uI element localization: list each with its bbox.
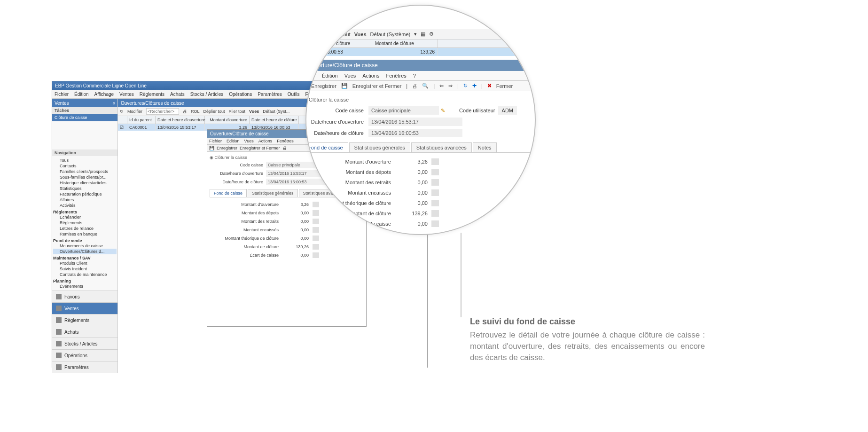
menu-operations[interactable]: Opérations (229, 92, 252, 97)
tool-icon[interactable]: ⚙ (429, 31, 434, 37)
print-icon[interactable]: 🖨 (183, 109, 187, 114)
grp-sav[interactable]: Maintenance / SAV (53, 256, 117, 260)
nav-activites[interactable]: Activités (53, 203, 117, 208)
plier-button[interactable]: Plier tout (330, 31, 350, 37)
menu-parametres[interactable]: Paramètres (258, 92, 282, 97)
save-icon[interactable]: 💾 (209, 146, 214, 150)
lens-col-close-date[interactable]: Date et heure de clôture (305, 39, 372, 47)
save-button[interactable]: Enregistrer (217, 146, 237, 150)
nav-echeancier[interactable]: Échéancier (53, 214, 117, 220)
add-icon[interactable]: ✚ (472, 83, 477, 89)
nav-lettres[interactable]: Lettres de relance (53, 226, 117, 231)
save-close-button[interactable]: Enregistrer et Fermer (240, 146, 280, 150)
nav-affaires[interactable]: Affaires (53, 197, 117, 203)
dmenu-fichier[interactable]: Fichier (305, 73, 315, 79)
grp-reglements[interactable]: Règlements (53, 210, 117, 214)
print-icon[interactable]: 🖨 (412, 83, 417, 89)
navbtn-operations[interactable]: Opérations (52, 349, 117, 361)
plier-button[interactable]: Plier tout (229, 109, 246, 114)
dmenu-vues[interactable]: Vues (344, 73, 356, 79)
tab-stats-av[interactable]: Statistiques avancées (411, 142, 472, 152)
refresh-icon[interactable]: ↻ (463, 83, 468, 89)
nav-sous-familles[interactable]: Sous-familles clients/pr... (53, 174, 117, 180)
nav-tous[interactable]: Tous (53, 157, 117, 163)
grp-pdv[interactable]: Point de vente (53, 238, 117, 243)
close-button[interactable]: Fermer (496, 83, 513, 89)
tab-fond[interactable]: Fond de caisse (210, 189, 247, 197)
vues-dropdown[interactable]: Défaut (Syst... (263, 109, 289, 114)
modifier-button[interactable]: Modifier (127, 109, 142, 114)
val-code-caisse[interactable]: Caisse principale (368, 106, 439, 115)
close-icon[interactable]: ✖ (487, 83, 492, 89)
menu-affichage[interactable]: Affichage (94, 92, 114, 97)
nav-remises[interactable]: Remises en banque (53, 231, 117, 237)
dmenu-fenetres[interactable]: Fenêtres (386, 73, 406, 79)
nav-evenements[interactable]: Événements (53, 283, 117, 289)
tab-stats-gen[interactable]: Statistiques générales (248, 189, 298, 197)
navbtn-reglements[interactable]: Règlements (52, 314, 117, 326)
dmenu-edition[interactable]: Édition (322, 73, 338, 79)
dmenu-fenetres[interactable]: Fenêtres (277, 139, 294, 143)
print-icon[interactable]: 🖨 (282, 146, 287, 150)
save-close-button[interactable]: Enregistrer et Fermer (352, 83, 402, 89)
deplier-button[interactable]: Déplier tout (203, 109, 225, 114)
lens-row[interactable]: 13/04/2016 16:00:53 139,26 (305, 48, 536, 56)
refresh-icon[interactable]: ↻ (120, 109, 124, 114)
edit-icon[interactable]: ✎ (441, 108, 445, 114)
col-close-date[interactable]: Date et heure de clôture (250, 116, 299, 124)
grid-icon[interactable]: ▦ (421, 31, 425, 37)
menu-reglements[interactable]: Règlements (140, 92, 164, 97)
val-close[interactable]: 13/04/2016 16:00:53 (368, 129, 462, 137)
tab-fond[interactable]: Fond de caisse (305, 142, 348, 152)
navbtn-stocks[interactable]: Stocks / Articles (52, 338, 117, 349)
tab-stats-gen[interactable]: Statistiques générales (349, 142, 410, 152)
navbtn-ventes[interactable]: Ventes (52, 302, 117, 314)
dmenu-vues[interactable]: Vues (244, 139, 254, 143)
nav-reglements[interactable]: Règlements (53, 220, 117, 226)
chevron-down-icon[interactable]: ▾ (414, 31, 417, 37)
dmenu-fichier[interactable]: Fichier (209, 139, 222, 143)
nav-ouvertures-clotures[interactable]: Ouvertures/Clôtures d... (53, 249, 117, 254)
menu-fichier[interactable]: Fichier (55, 92, 69, 97)
nav-statistiques[interactable]: Statistiques (53, 186, 117, 191)
navbtn-favoris[interactable]: Favoris (52, 291, 117, 302)
dmenu-actions[interactable]: Actions (258, 139, 273, 143)
col-id[interactable]: Id du parent (127, 116, 156, 124)
nav-contacts[interactable]: Contacts (53, 163, 117, 169)
navbtn-achats[interactable]: Achats (52, 326, 117, 338)
dmenu-edition[interactable]: Édition (227, 139, 240, 143)
col-checkbox[interactable] (118, 116, 127, 124)
menu-achats[interactable]: Achats (170, 92, 185, 97)
lens-col-close-amount[interactable]: Montant de clôture (372, 39, 438, 47)
navbtn-parametres[interactable]: Paramètres (52, 361, 117, 373)
rol-button[interactable]: ROL (191, 109, 200, 114)
nav-facturation[interactable]: Facturation périodique (53, 191, 117, 197)
val-code-user[interactable]: ADM (498, 106, 517, 115)
radio-cloturer[interactable]: ◉ (210, 155, 213, 160)
nav-historique[interactable]: Historique clients/articles (53, 180, 117, 186)
deplier-button[interactable]: Déplier tout (305, 31, 326, 37)
nav-suivis[interactable]: Suivis Incident (53, 266, 117, 272)
nav-contrats[interactable]: Contrats de maintenance (53, 272, 117, 277)
prev-icon[interactable]: ⇐ (439, 83, 444, 89)
menu-stocks[interactable]: Stocks / Articles (190, 92, 224, 97)
task-cloture[interactable]: Clôture de caisse (52, 114, 117, 121)
nav-mouvements[interactable]: Mouvements de caisse (53, 243, 117, 249)
dmenu-help[interactable]: ? (413, 73, 416, 79)
preview-icon[interactable]: 🔍 (422, 83, 429, 89)
tab-notes[interactable]: Notes (473, 142, 497, 152)
search-input[interactable] (146, 108, 179, 115)
val-open[interactable]: 13/04/2016 15:53:17 (368, 118, 462, 126)
grp-planning[interactable]: Planning (53, 279, 117, 283)
menu-outils[interactable]: Outils (288, 92, 300, 97)
col-open-date[interactable]: Date et heure d'ouverture (156, 116, 205, 124)
dmenu-actions[interactable]: Actions (362, 73, 379, 79)
save-button[interactable]: Enregistrer (311, 83, 336, 89)
vues-dropdown[interactable]: Défaut (Système) (370, 31, 411, 37)
next-icon[interactable]: ⇒ (448, 83, 453, 89)
nav-produits-client[interactable]: Produits Client (53, 260, 117, 266)
save-close-icon[interactable]: 💾 (341, 83, 348, 89)
nav-familles-clients[interactable]: Familles clients/prospects (53, 169, 117, 174)
menu-ventes[interactable]: Ventes (119, 92, 134, 97)
col-open-amount[interactable]: Montant d'ouverture (205, 116, 250, 124)
